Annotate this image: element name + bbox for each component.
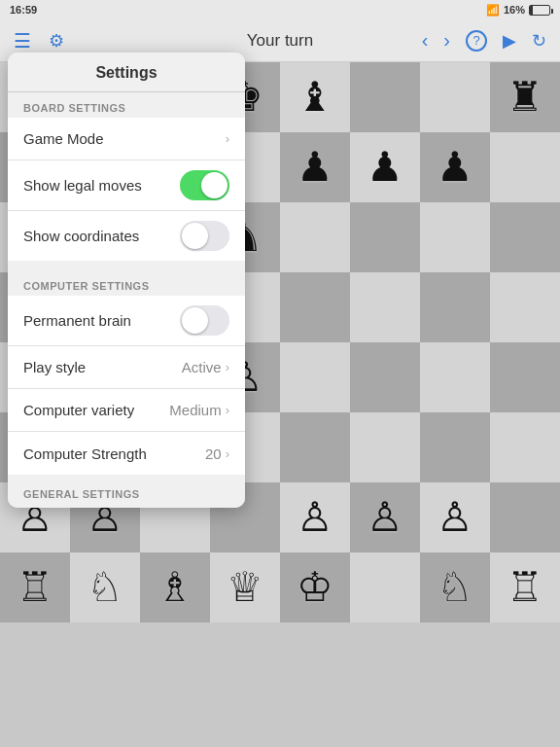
board-cell[interactable]: [490, 342, 560, 412]
board-cell[interactable]: [350, 272, 420, 342]
status-time: 16:59: [10, 4, 37, 16]
board-cell[interactable]: [420, 412, 490, 482]
board-cell[interactable]: ♟: [280, 132, 350, 202]
play-style-value: Active ›: [182, 359, 229, 375]
battery-percent: 16%: [504, 4, 525, 16]
board-cell[interactable]: ♟: [350, 132, 420, 202]
game-mode-label: Game Mode: [23, 130, 104, 147]
forward-button[interactable]: ›: [439, 25, 454, 55]
status-left: 16:59: [10, 4, 37, 16]
board-settings-header: BOARD SETTINGS: [8, 92, 245, 118]
computer-strength-label: Computer Strength: [23, 445, 147, 462]
general-settings-header: GENERAL SETTINGS: [23, 482, 229, 500]
help-icon: ?: [466, 30, 487, 52]
forward-icon: ›: [443, 29, 450, 52]
board-cell[interactable]: ♖: [490, 552, 560, 622]
back-icon: ‹: [422, 29, 429, 52]
board-cell[interactable]: [350, 342, 420, 412]
computer-settings-group: Permanent brain Play style Active › Comp…: [8, 296, 245, 475]
show-legal-moves-row[interactable]: Show legal moves: [8, 160, 245, 211]
permanent-brain-label: Permanent brain: [23, 312, 131, 329]
help-button[interactable]: ?: [462, 26, 491, 55]
board-cell[interactable]: ♙: [280, 482, 350, 552]
board-cell[interactable]: ♝: [280, 62, 350, 132]
refresh-icon: ↻: [532, 30, 546, 52]
board-cell[interactable]: [490, 132, 560, 202]
play-style-label: Play style: [23, 359, 86, 375]
board-cell[interactable]: ♙: [350, 482, 420, 552]
play-style-row[interactable]: Play style Active ›: [8, 346, 245, 389]
game-mode-chevron: ›: [226, 131, 229, 146]
computer-settings-header: COMPUTER SETTINGS: [8, 270, 245, 296]
board-cell[interactable]: [490, 412, 560, 482]
board-cell[interactable]: ♕: [210, 552, 280, 622]
wifi-icon: 📶: [486, 4, 500, 17]
status-right: 📶 16%: [486, 4, 550, 17]
show-coordinates-row[interactable]: Show coordinates: [8, 211, 245, 261]
back-button[interactable]: ‹: [418, 25, 433, 55]
board-cell[interactable]: [280, 412, 350, 482]
board-cell[interactable]: ♗: [140, 552, 210, 622]
board-cell[interactable]: [420, 62, 490, 132]
play-button[interactable]: ▶: [499, 26, 520, 55]
board-cell[interactable]: ♘: [70, 552, 140, 622]
computer-variety-value: Medium ›: [169, 402, 229, 418]
computer-variety-row[interactable]: Computer variety Medium ›: [8, 389, 245, 432]
board-cell[interactable]: ♔: [280, 552, 350, 622]
show-coordinates-toggle[interactable]: [180, 221, 229, 251]
toggle-knob-coords: [182, 223, 208, 249]
menu-button[interactable]: ☰: [10, 25, 35, 56]
computer-strength-row[interactable]: Computer Strength 20 ›: [8, 432, 245, 475]
settings-panel: Settings BOARD SETTINGS Game Mode › Show…: [8, 53, 245, 508]
battery-icon: [529, 5, 550, 16]
permanent-brain-row[interactable]: Permanent brain: [8, 296, 245, 346]
board-cell[interactable]: [490, 482, 560, 552]
toolbar-left: ☰ ⚙: [10, 25, 68, 56]
board-cell[interactable]: ♟: [420, 132, 490, 202]
board-settings-group: Game Mode › Show legal moves Show coordi…: [8, 118, 245, 261]
settings-button[interactable]: ⚙: [45, 26, 68, 55]
show-coordinates-label: Show coordinates: [23, 228, 139, 244]
board-cell[interactable]: [420, 342, 490, 412]
play-icon: ▶: [503, 30, 516, 52]
play-style-chevron: ›: [226, 360, 229, 374]
toolbar-title: Your turn: [247, 31, 313, 51]
board-cell[interactable]: [420, 202, 490, 272]
computer-strength-value: 20 ›: [205, 445, 229, 462]
board-cell[interactable]: [350, 202, 420, 272]
toggle-knob: [201, 172, 228, 198]
menu-icon: ☰: [14, 29, 31, 53]
board-cell[interactable]: [280, 202, 350, 272]
board-cell[interactable]: ♖: [0, 552, 70, 622]
board-cell[interactable]: [490, 202, 560, 272]
board-cell[interactable]: ♘: [420, 552, 490, 622]
game-mode-value: ›: [224, 131, 229, 146]
board-cell[interactable]: ♙: [420, 482, 490, 552]
board-cell[interactable]: [490, 272, 560, 342]
computer-variety-chevron: ›: [226, 403, 229, 417]
settings-bottom: GENERAL SETTINGS: [8, 475, 245, 508]
computer-strength-chevron: ›: [226, 446, 229, 461]
board-cell[interactable]: [350, 62, 420, 132]
toggle-knob-brain: [182, 307, 208, 334]
show-legal-moves-label: Show legal moves: [23, 177, 142, 194]
settings-title: Settings: [8, 53, 245, 92]
board-cell[interactable]: [350, 412, 420, 482]
gear-icon: ⚙: [49, 30, 64, 52]
board-cell[interactable]: [350, 552, 420, 622]
board-cell[interactable]: [420, 272, 490, 342]
show-legal-moves-toggle[interactable]: [180, 170, 229, 200]
board-cell[interactable]: [280, 272, 350, 342]
toolbar-right: ‹ › ? ▶ ↻: [418, 25, 550, 55]
board-cell[interactable]: [280, 342, 350, 412]
status-bar: 16:59 📶 16%: [0, 0, 560, 19]
permanent-brain-toggle[interactable]: [180, 305, 229, 336]
game-mode-row[interactable]: Game Mode ›: [8, 118, 245, 160]
refresh-button[interactable]: ↻: [528, 26, 550, 55]
computer-variety-label: Computer variety: [23, 402, 134, 418]
board-cell[interactable]: ♜: [490, 62, 560, 132]
divider-1: [8, 261, 245, 270]
